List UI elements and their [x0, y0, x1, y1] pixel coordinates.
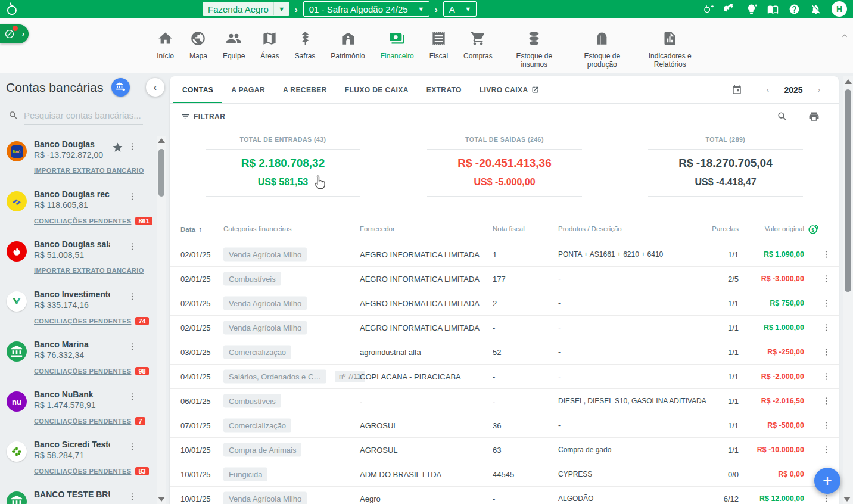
tab-contas[interactable]: CONTAS [173, 76, 222, 103]
column-header-fornecedor[interactable]: Fornecedor [360, 225, 395, 232]
row-more-options-icon[interactable] [821, 274, 831, 284]
search-table-icon[interactable] [777, 111, 788, 122]
column-header-nota-fiscal[interactable]: Nota fiscal [493, 225, 525, 232]
add-bank-account-button[interactable] [111, 78, 130, 97]
column-header-produtos[interactable]: Produtos / Descrição [558, 225, 622, 232]
scroll-down-arrow[interactable] [843, 497, 851, 502]
nav-item-patrimonio[interactable]: Patrimônio [323, 30, 372, 60]
search-input[interactable] [24, 108, 143, 125]
sidebar-scrollbar[interactable] [157, 136, 166, 504]
user-avatar[interactable]: H [832, 1, 847, 17]
table-row[interactable]: 03/01/25 Comercialização agroindustrial … [170, 340, 839, 364]
bank-account-item[interactable]: Banco Douglas recebime… R$ 118.605,81 CO… [0, 184, 156, 234]
next-year-button[interactable]: › [810, 85, 828, 94]
bank-action-link[interactable]: CONCILIAÇÕES PENDENTES [34, 217, 131, 225]
more-options-icon[interactable] [127, 192, 137, 201]
print-icon[interactable] [808, 111, 820, 122]
nav-item-mapa[interactable]: Mapa [182, 30, 215, 60]
more-options-icon[interactable] [127, 142, 137, 151]
nav-item-areas[interactable]: Áreas [253, 30, 287, 60]
previous-year-button[interactable]: ‹ [759, 85, 777, 94]
nav-item-estoque-de-insumos[interactable]: Estoque de insumos [500, 30, 568, 69]
more-options-icon[interactable] [127, 442, 137, 452]
farm-selector[interactable]: Fazenda Aegro ▼ [203, 2, 289, 16]
row-more-options-icon[interactable] [821, 421, 831, 430]
row-more-options-icon[interactable] [821, 372, 831, 381]
row-more-options-icon[interactable] [821, 347, 831, 357]
currency-coin-icon[interactable]: $ [807, 222, 820, 235]
more-options-icon[interactable] [127, 342, 137, 351]
add-transaction-fab[interactable]: + [814, 468, 840, 494]
help-icon[interactable] [789, 4, 800, 15]
table-row[interactable]: 02/01/25 Venda Agrícola Milho AEGRO INFO… [170, 291, 839, 315]
table-row[interactable]: 02/01/25 Venda Agrícola Milho AEGRO INFO… [170, 315, 839, 340]
book-icon[interactable] [767, 4, 779, 15]
favorite-star-icon[interactable] [112, 142, 123, 153]
calendar-icon[interactable] [731, 85, 742, 95]
bank-action-link[interactable]: CONCILIAÇÕES PENDENTES [34, 418, 131, 425]
tab-fluxo-de-caixa[interactable]: FLUXO DE CAIXA [336, 76, 418, 103]
nav-item-compras[interactable]: Compras [456, 30, 500, 60]
collapse-nav-icon[interactable] [840, 31, 849, 41]
bank-account-item[interactable]: Banco Investimentos R$ 335.174,16 CONCIL… [0, 284, 156, 334]
nav-item-fiscal[interactable]: Fiscal [422, 30, 456, 60]
table-row[interactable]: 07/01/25 Comercialização AGROSUL 36 - 1/… [170, 413, 839, 437]
scrollbar-thumb[interactable] [845, 89, 851, 292]
bank-account-item[interactable]: nu Banco NuBank R$ 1.474.578,91 CONCILIA… [0, 384, 156, 434]
tab-livro-caixa[interactable]: LIVRO CAIXA [471, 76, 548, 103]
nav-item-safras[interactable]: Safras [287, 30, 323, 60]
tab-a-receber[interactable]: A RECEBER [274, 76, 336, 103]
notifications-off-icon[interactable] [810, 4, 821, 15]
collapse-sidebar-button[interactable]: ‹ [146, 78, 164, 97]
lightbulb-plus-icon[interactable] [746, 4, 757, 15]
column-header-categorias[interactable]: Categorias financeiras [223, 225, 291, 232]
chevron-down-icon[interactable]: ▼ [274, 5, 289, 13]
table-row[interactable]: 10/01/25 Compra de Animais AGROSUL 63 Co… [170, 437, 839, 462]
side-panel-toggle[interactable]: › [0, 24, 29, 43]
bank-action-link[interactable]: CONCILIAÇÕES PENDENTES [34, 368, 131, 375]
bank-account-item[interactable]: Banco Douglas salário Ti… R$ 51.008,51 I… [0, 234, 156, 284]
nav-item-financeiro[interactable]: Financeiro [373, 30, 422, 60]
bank-action-link[interactable]: CONCILIAÇÕES PENDENTES [34, 318, 131, 325]
main-scrollbar[interactable] [843, 76, 853, 504]
more-options-icon[interactable] [127, 242, 137, 251]
more-options-icon[interactable] [127, 292, 137, 301]
scroll-down-arrow[interactable] [158, 497, 165, 502]
row-more-options-icon[interactable] [821, 323, 831, 332]
nav-item-equipe[interactable]: Equipe [215, 30, 253, 60]
bank-account-item[interactable]: Itaú Banco Douglas R$ -13.792.872,00 IMP… [0, 134, 156, 184]
nav-item-estoque-de-producao[interactable]: Estoque de produção [568, 30, 636, 69]
chevron-down-icon[interactable]: ▼ [413, 5, 429, 13]
filter-button[interactable]: FILTRAR [180, 112, 225, 122]
table-row[interactable]: 10/01/25 Venda Agrícola Milho Aegro - AL… [170, 486, 839, 504]
table-row[interactable]: 04/01/25 Salários, Ordenados e C… nº 7/1… [170, 364, 839, 388]
row-more-options-icon[interactable] [821, 494, 831, 503]
scroll-up-arrow[interactable] [845, 79, 852, 84]
column-header-valor-original[interactable]: Valor original [717, 225, 804, 232]
bank-account-item[interactable]: BANCO TESTE BRUNA [0, 484, 156, 504]
bank-account-item[interactable]: Banco Marina R$ 76.332,34 CONCILIAÇÕES P… [0, 334, 156, 384]
scroll-up-arrow[interactable] [158, 138, 165, 143]
chevron-down-icon[interactable]: ▼ [460, 5, 476, 13]
bank-action-link[interactable]: IMPORTAR EXTRATO BANCÁRIO [34, 167, 144, 174]
tab-extrato[interactable]: EXTRATO [418, 76, 471, 103]
nav-item-indicadores-e-relatorios[interactable]: Indicadores e Relatórios [636, 30, 704, 69]
more-options-icon[interactable] [127, 392, 137, 402]
scrollbar-thumb[interactable] [158, 149, 164, 197]
more-options-icon[interactable] [127, 492, 137, 502]
key-icon[interactable] [724, 4, 736, 15]
row-more-options-icon[interactable] [821, 396, 831, 406]
row-more-options-icon[interactable] [821, 298, 831, 308]
plot-selector[interactable]: A ▼ [443, 1, 477, 17]
invite-icon[interactable] [703, 4, 714, 15]
bank-action-link[interactable]: CONCILIAÇÕES PENDENTES [34, 468, 131, 475]
column-header-data[interactable]: Data ↑ [180, 225, 202, 234]
table-row[interactable]: 02/01/25 Combustíveis AEGRO INFORMATICA … [170, 266, 839, 291]
table-row[interactable]: 02/01/25 Venda Agrícola Milho AEGRO INFO… [170, 242, 839, 266]
tab-a-pagar[interactable]: A PAGAR [222, 76, 274, 103]
row-more-options-icon[interactable] [821, 250, 831, 259]
table-row[interactable]: 10/01/25 Fungicida ADM DO BRASIL LTDA 44… [170, 462, 839, 486]
bank-account-item[interactable]: Banco Sicredi Teste R$ 58.284,71 CONCILI… [0, 434, 156, 484]
harvest-selector[interactable]: 01 - Safra Algodão 24/25 ▼ [303, 1, 429, 17]
table-row[interactable]: 06/01/25 Combustíveis - - DIESEL, DIESEL… [170, 388, 839, 413]
